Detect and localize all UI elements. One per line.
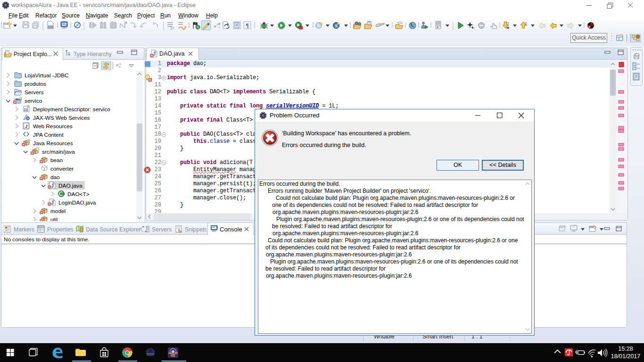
svg-text:LojaVirtual -JDBC: LojaVirtual -JDBC xyxy=(25,72,69,79)
svg-text:Markers: Markers xyxy=(14,226,34,233)
svg-text:Snippets: Snippets xyxy=(185,226,206,233)
svg-text:bean: bean xyxy=(50,157,63,164)
svg-text:Java Resources: Java Resources xyxy=(33,140,73,147)
svg-text:Data Source Explorer: Data Source Explorer xyxy=(86,226,141,233)
svg-text:util: util xyxy=(50,216,58,221)
svg-text:¶: ¶ xyxy=(246,22,248,29)
svg-text:Deployment Descriptor: servico: Deployment Descriptor: servico xyxy=(33,106,110,113)
svg-text:Servers: Servers xyxy=(152,226,172,233)
svg-text:model: model xyxy=(50,208,66,214)
svg-text:DAO<T>: DAO<T> xyxy=(67,191,90,197)
svg-text:18/01/2017: 18/01/2017 xyxy=(611,353,641,360)
svg-text:Web Resources: Web Resources xyxy=(33,123,73,130)
svg-text:C: C xyxy=(197,25,199,29)
svg-text:src/main/java: src/main/java xyxy=(42,148,75,155)
svg-text:JAX-WS Web Services: JAX-WS Web Services xyxy=(33,115,90,121)
svg-text:JPA Content: JPA Content xyxy=(33,132,64,138)
svg-text:Properties: Properties xyxy=(47,226,74,233)
svg-text:converter: converter xyxy=(50,165,74,172)
svg-text:J: J xyxy=(25,123,28,129)
svg-text:dao: dao xyxy=(50,174,60,181)
svg-text:15:28: 15:28 xyxy=(618,346,633,352)
svg-text:LoginDAO.java: LoginDAO.java xyxy=(58,199,96,206)
svg-text:010: 010 xyxy=(48,25,52,28)
svg-text:IDE: IDE xyxy=(171,354,175,357)
svg-text:servico: servico xyxy=(25,98,42,104)
svg-text:Servers: Servers xyxy=(25,89,44,96)
svg-text:2.5: 2.5 xyxy=(24,108,27,111)
svg-text:DAO.java: DAO.java xyxy=(58,182,83,189)
svg-text:produtos: produtos xyxy=(25,81,46,87)
